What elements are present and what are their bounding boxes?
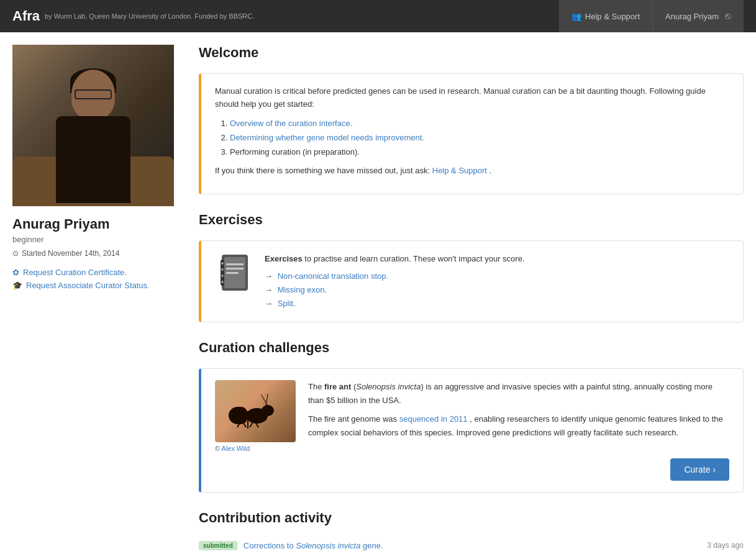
request-associate-link[interactable]: 🎓 Request Associate Curator Status.: [12, 281, 186, 290]
welcome-intro: Manual curation is critical before predi…: [215, 85, 729, 111]
started-date: Started November 14th, 2014: [22, 249, 119, 258]
request-certificate-link[interactable]: ✿ Request Curation Certificate.: [12, 268, 186, 277]
welcome-list: Overview of the curation interface. Dete…: [215, 116, 729, 160]
certificate-label: Request Curation Certificate.: [23, 268, 127, 277]
alex-wild-link[interactable]: Alex Wild: [222, 445, 250, 452]
certificate-icon: ✿: [12, 268, 19, 277]
welcome-outro: If you think there is something we have …: [215, 165, 729, 178]
exercises-description: Exercises to practise and learn curation…: [265, 252, 525, 266]
challenge-para2: The fire ant genome was sequenced in 201…: [308, 412, 729, 440]
activity-time-1: 3 days ago: [707, 541, 744, 550]
profile-image: [12, 45, 174, 206]
challenge-para1: The fire ant (Solenopsis invicta) is an …: [308, 380, 729, 407]
svg-rect-4: [226, 272, 239, 274]
exercises-box: Exercises to practise and learn curation…: [199, 240, 744, 322]
profile-level: beginner: [12, 235, 186, 244]
activity-item-1-left: submitted Corrections to Solenopsis invi…: [199, 541, 383, 550]
activity-link-1[interactable]: Corrections to Solenopsis invicta gene.: [244, 541, 383, 550]
non-canonical-link[interactable]: → Non-canonical translation stop.: [265, 270, 525, 283]
image-credit: © Alex Wild: [215, 445, 296, 452]
exercises-notebook-icon: [215, 252, 252, 296]
activity-list: submitted Corrections to Solenopsis invi…: [199, 535, 744, 554]
submitted-badge-1: submitted: [199, 541, 237, 550]
curate-button-row: Curate ›: [215, 458, 729, 481]
user-menu[interactable]: Anurag Priyam ⎋: [653, 0, 744, 32]
header: Afra by Wurm Lab, Queen Mary University …: [0, 0, 756, 32]
welcome-title: Welcome: [199, 45, 744, 65]
clock-icon: ⊙: [12, 249, 19, 258]
help-icon: 👥: [572, 12, 581, 21]
challenge-text: The fire ant (Solenopsis invicta) is an …: [308, 380, 729, 445]
missing-exon-link[interactable]: → Missing exon.: [265, 283, 525, 297]
welcome-box: Manual curation is critical before predi…: [199, 73, 744, 194]
exercises-content: Exercises to practise and learn curation…: [265, 252, 525, 311]
content: Welcome Manual curation is critical befo…: [199, 45, 744, 554]
welcome-list-item-3: Performing curation (in preparation).: [230, 145, 729, 159]
svg-point-7: [221, 268, 224, 271]
svg-point-9: [221, 281, 224, 283]
contribution-activity-title: Contribution activity: [199, 510, 744, 526]
associate-icon: 🎓: [12, 281, 22, 290]
header-left: Afra by Wurm Lab, Queen Mary University …: [12, 8, 254, 24]
logout-icon[interactable]: ⎋: [725, 11, 731, 22]
help-support-button[interactable]: 👥 Help & Support: [559, 0, 653, 32]
svg-rect-2: [226, 263, 244, 265]
svg-point-6: [221, 262, 224, 265]
curate-button[interactable]: Curate ›: [670, 458, 729, 481]
exercises-desc-text: to practise and learn curation. These wo…: [304, 254, 524, 263]
welcome-list-item-1: Overview of the curation interface.: [230, 116, 729, 130]
sequenced-link[interactable]: sequenced in 2011: [399, 414, 468, 424]
help-support-link[interactable]: Help & Support: [432, 166, 487, 175]
curation-interface-link[interactable]: Overview of the curation interface.: [230, 119, 352, 128]
curation-challenges-title: Curation challenges: [199, 340, 744, 360]
associate-label: Request Associate Curator Status.: [26, 281, 150, 290]
svg-rect-3: [226, 268, 244, 270]
user-name-label: Anurag Priyam: [665, 12, 719, 21]
ant-image: [215, 380, 296, 442]
challenge-content: © Alex Wild The fire ant (Solenopsis inv…: [215, 380, 729, 448]
app-logo: Afra: [12, 8, 40, 24]
help-label: Help & Support: [585, 12, 640, 21]
exercises-title: Exercises: [199, 212, 744, 232]
sidebar-links: ✿ Request Curation Certificate. 🎓 Reques…: [12, 268, 186, 290]
activity-item-1: submitted Corrections to Solenopsis invi…: [199, 535, 744, 554]
svg-point-8: [221, 275, 224, 277]
split-link[interactable]: → Split.: [265, 297, 525, 311]
performing-curation-text: Performing curation (in preparation).: [230, 147, 360, 157]
challenge-image-container: © Alex Wild: [215, 380, 296, 448]
main-container: Anurag Priyam beginner ⊙ Started Novembe…: [0, 32, 756, 554]
app-subtitle: by Wurm Lab, Queen Mary University of Lo…: [45, 12, 254, 20]
challenges-box: © Alex Wild The fire ant (Solenopsis inv…: [199, 368, 744, 493]
profile-name: Anurag Priyam: [12, 216, 186, 232]
sidebar: Anurag Priyam beginner ⊙ Started Novembe…: [12, 45, 186, 554]
header-right: 👥 Help & Support Anurag Priyam ⎋: [559, 0, 744, 32]
profile-started: ⊙ Started November 14th, 2014: [12, 249, 186, 258]
gene-model-link[interactable]: Determining whether gene model needs imp…: [230, 133, 424, 142]
welcome-list-item-2: Determining whether gene model needs imp…: [230, 130, 729, 145]
